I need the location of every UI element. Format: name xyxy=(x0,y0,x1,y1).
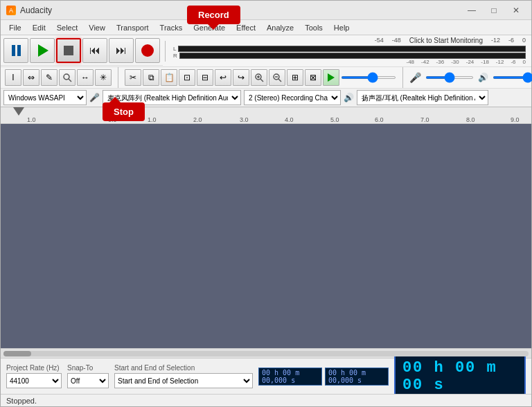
time-inputs-group: 00 h 00 m 00,000 s 00 h 00 m 00,000 s xyxy=(258,368,389,386)
menu-effect[interactable]: Effect xyxy=(231,22,261,33)
close-button[interactable]: ✕ xyxy=(506,3,526,17)
time2-display: 00 h 00 m 00,000 s xyxy=(328,369,366,384)
meter-val: -12 xyxy=(491,37,500,44)
host-select[interactable]: Windows WASAPI xyxy=(3,90,87,105)
undo-button[interactable]: ↩ xyxy=(215,69,231,86)
status-bar: Stopped. xyxy=(1,394,531,406)
menu-file[interactable]: File xyxy=(3,22,27,33)
window-controls: — □ ✕ xyxy=(462,3,526,17)
zoom-out-icon xyxy=(272,73,282,82)
scrollbar-track xyxy=(3,351,529,356)
project-rate-label: Project Rate (Hz) xyxy=(6,364,62,372)
divider-1 xyxy=(165,41,166,62)
menu-bar: File Edit Select View Transport Tracks G… xyxy=(1,20,531,35)
record-button[interactable] xyxy=(135,38,160,63)
input-channels-select[interactable]: 2 (Stereo) Recording Chann xyxy=(244,90,341,105)
time-input-1[interactable]: 00 h 00 m 00,000 s xyxy=(258,368,322,386)
r-bar xyxy=(179,53,526,59)
meter-val: -48 xyxy=(392,37,401,44)
svg-line-1 xyxy=(69,79,71,82)
ruler-mark-3: 3.0 xyxy=(240,116,249,123)
ruler-mark-7: 7.0 xyxy=(420,116,429,123)
minimize-button[interactable]: — xyxy=(462,3,481,17)
timeline-ruler[interactable]: 1.0 0.0 1.0 2.0 3.0 4.0 5.0 6.0 7.0 8.0 … xyxy=(1,107,531,124)
mic-small-icon: 🎤 xyxy=(89,93,100,102)
scale-val: -18 xyxy=(481,59,489,65)
app-icon: A xyxy=(6,6,16,15)
skip-start-button[interactable]: ⏮ xyxy=(82,38,107,63)
menu-edit[interactable]: Edit xyxy=(27,22,51,33)
ruler-mark-4: 4.0 xyxy=(285,116,294,123)
menu-generate[interactable]: Generate xyxy=(188,22,231,33)
cut-button[interactable]: ✂ xyxy=(125,69,141,86)
silence-button[interactable]: ⊟ xyxy=(197,69,213,86)
speaker-icon: 🔊 xyxy=(478,73,488,82)
selection-tool[interactable]: I xyxy=(5,69,21,86)
ruler-mark-1: 1.0 xyxy=(148,116,157,123)
pause-button[interactable] xyxy=(3,38,28,63)
time-input-2[interactable]: 00 h 00 m 00,000 s xyxy=(325,368,389,386)
menu-view[interactable]: View xyxy=(83,22,111,33)
l-label: L xyxy=(173,46,176,52)
timeshift-tool[interactable]: ↔ xyxy=(77,69,94,86)
fit-proj-button[interactable]: ⊠ xyxy=(305,69,321,86)
lr-row-r: R xyxy=(173,53,526,59)
ruler-mark-00: 0.0 xyxy=(108,116,117,123)
zoom-tool[interactable] xyxy=(59,69,76,86)
scrollbar-thumb[interactable] xyxy=(3,351,31,356)
draw-tool[interactable]: ✎ xyxy=(41,69,57,86)
toolbar-row-2: I ⇔ ✎ ↔ ✳ ✂ ⧉ 📋 ⊡ ⊟ ↩ xyxy=(1,67,531,88)
ruler-mark-6: 6.0 xyxy=(375,116,384,123)
ruler-mark-2: 2.0 xyxy=(193,116,202,123)
input-device-select[interactable]: 麦克风阵列 (Realtek High Definition Audio) xyxy=(103,90,241,105)
selection-group: Start and End of Selection Start and End… xyxy=(114,364,253,388)
trim-button[interactable]: ⊡ xyxy=(179,69,195,86)
toolbar-row-1: ⏮ ⏭ -54 -48 Click to Start Monitoring xyxy=(1,35,531,67)
paste-button[interactable]: 📋 xyxy=(161,69,177,86)
scale-val: -30 xyxy=(451,59,459,65)
menu-select[interactable]: Select xyxy=(51,22,84,33)
stop-button[interactable] xyxy=(56,38,81,63)
input-volume-slider[interactable] xyxy=(425,76,474,79)
skip-end-icon: ⏭ xyxy=(116,44,127,57)
snap-to-select[interactable]: Off xyxy=(67,373,109,388)
menu-transport[interactable]: Transport xyxy=(111,22,154,33)
output-device-select[interactable]: 扬声器/耳机 (Realtek High Definition Audio) xyxy=(357,90,488,105)
multi-tool[interactable]: ✳ xyxy=(95,69,112,86)
tools-section: I ⇔ ✎ ↔ ✳ xyxy=(1,68,116,87)
selection-type-select[interactable]: Start and End of Selection xyxy=(114,373,253,388)
r-label: R xyxy=(173,53,177,59)
track-area[interactable] xyxy=(1,124,531,348)
menu-tools[interactable]: Tools xyxy=(299,22,328,33)
svg-line-8 xyxy=(278,79,281,82)
envelope-tool[interactable]: ⇔ xyxy=(23,69,39,86)
menu-help[interactable]: Help xyxy=(328,22,355,33)
menu-tracks[interactable]: Tracks xyxy=(154,22,188,33)
record-icon xyxy=(141,44,154,57)
skip-end-button[interactable]: ⏭ xyxy=(109,38,134,63)
speed-slider[interactable] xyxy=(341,76,396,79)
output-volume-slider[interactable] xyxy=(493,76,532,79)
menu-analyze[interactable]: Analyze xyxy=(261,22,299,33)
project-rate-select[interactable]: 44100 xyxy=(6,373,62,388)
maximize-button[interactable]: □ xyxy=(484,3,504,17)
zoom-out-button[interactable] xyxy=(269,69,285,86)
play-at-speed-button[interactable] xyxy=(323,69,339,86)
zoom-in-button[interactable] xyxy=(251,69,267,86)
meter-val: -6 xyxy=(508,37,514,44)
selection-type-label: Start and End of Selection xyxy=(114,364,253,372)
toolbars: ⏮ ⏭ -54 -48 Click to Start Monitoring xyxy=(1,35,531,107)
mic-icon: 🎤 xyxy=(409,72,421,83)
ruler-mark-9: 9.0 xyxy=(511,116,520,123)
big-time-value: 00 h 00 m 00 s xyxy=(402,359,517,394)
play-button[interactable] xyxy=(30,38,55,63)
fit-sel-button[interactable]: ⊞ xyxy=(287,69,303,86)
meter-val: 0 xyxy=(522,37,526,44)
title-bar: A Audacity — □ ✕ xyxy=(1,1,531,20)
skip-start-icon: ⏮ xyxy=(89,44,100,57)
pause-icon xyxy=(12,45,21,56)
copy-button[interactable]: ⧉ xyxy=(143,69,159,86)
redo-button[interactable]: ↪ xyxy=(233,69,249,86)
snap-to-label: Snap-To xyxy=(67,364,109,372)
big-time-display: 00 h 00 m 00 s xyxy=(394,355,526,398)
